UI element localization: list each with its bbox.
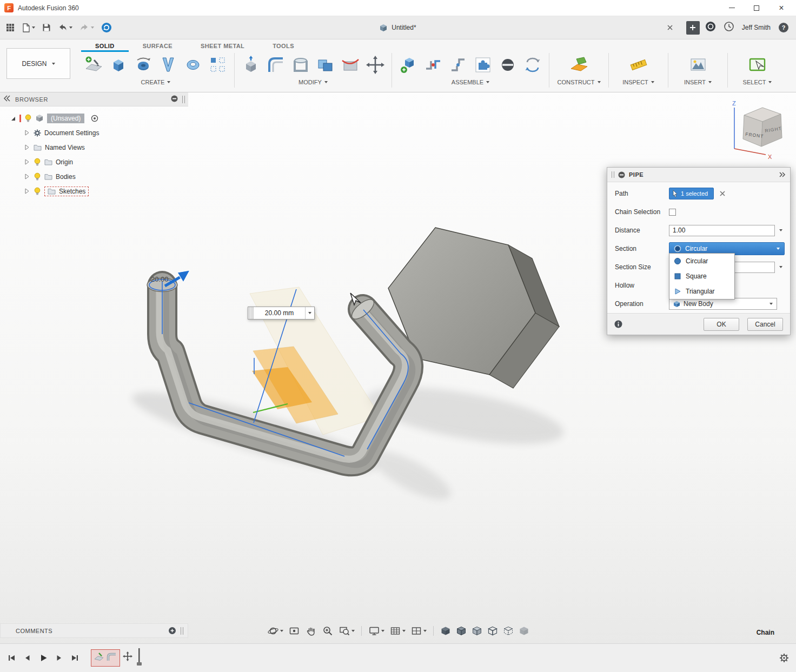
combine-button[interactable]: [313, 52, 338, 77]
section-option-circular[interactable]: Circular: [669, 254, 734, 269]
distance-options-button[interactable]: [777, 229, 785, 231]
look-at-button[interactable]: [288, 624, 301, 637]
dialog-drag-handle[interactable]: [612, 171, 614, 178]
minimize-button[interactable]: [728, 4, 735, 12]
shell-button[interactable]: [288, 52, 313, 77]
lightbulb-icon[interactable]: [34, 158, 41, 167]
document-tab[interactable]: Untitled*: [115, 16, 681, 39]
workspace-switcher[interactable]: DESIGN: [6, 48, 70, 79]
tab-tools[interactable]: TOOLS: [258, 41, 308, 52]
visual-style-wireframe-hidden-button[interactable]: [502, 625, 514, 637]
distance-input[interactable]: [669, 225, 775, 236]
coil-button[interactable]: [181, 52, 205, 77]
timeline-settings-button[interactable]: [779, 653, 790, 666]
collapse-browser-button[interactable]: [3, 95, 11, 104]
visual-style-shaded-edges-button[interactable]: [455, 625, 467, 637]
browser-display-toggle-button[interactable]: [171, 95, 178, 104]
assemble-menu[interactable]: ASSEMBLE: [452, 79, 489, 85]
browser-item-bodies[interactable]: Bodies: [4, 169, 188, 184]
create-menu[interactable]: CREATE: [141, 79, 171, 85]
lightbulb-icon[interactable]: [34, 187, 41, 196]
job-status-button[interactable]: [98, 20, 115, 35]
revolve-button[interactable]: [131, 52, 156, 77]
collapse-triangle-icon[interactable]: [24, 144, 30, 151]
orbit-button[interactable]: [267, 624, 284, 637]
comments-bar[interactable]: COMMENTS: [0, 623, 188, 638]
browser-item-document-settings[interactable]: Document Settings: [4, 125, 188, 140]
insert-menu[interactable]: INSERT: [684, 79, 712, 85]
tab-solid[interactable]: SOLID: [81, 41, 129, 52]
browser-item-sketches[interactable]: Sketches: [4, 184, 188, 198]
maximize-button[interactable]: [753, 4, 760, 12]
extrude-button[interactable]: [106, 52, 131, 77]
timeline-position-marker[interactable]: [123, 651, 132, 664]
joint-origin-button[interactable]: [470, 52, 495, 77]
user-account-button[interactable]: Jeff Smith: [742, 24, 771, 31]
timeline-sketch-feature[interactable]: [93, 651, 105, 665]
lightbulb-icon[interactable]: [24, 114, 32, 123]
dimension-drag-grip[interactable]: [248, 307, 254, 319]
panel-drag-handle[interactable]: [182, 96, 185, 103]
move-copy-button[interactable]: [363, 52, 388, 77]
info-icon[interactable]: [614, 320, 622, 328]
zoom-button[interactable]: [321, 624, 334, 637]
step-back-button[interactable]: [23, 654, 32, 662]
close-window-button[interactable]: ×: [778, 4, 785, 12]
visual-style-shaded-button[interactable]: [440, 625, 452, 637]
cancel-button[interactable]: Cancel: [747, 318, 783, 331]
minus-circle-icon[interactable]: [618, 171, 625, 178]
section-option-square[interactable]: Square: [669, 269, 734, 284]
section-size-options-button[interactable]: [777, 266, 785, 268]
help-button[interactable]: ?: [779, 23, 788, 32]
select-menu[interactable]: SELECT: [743, 79, 772, 85]
collapse-triangle-icon[interactable]: [24, 158, 30, 165]
collapse-triangle-icon[interactable]: [24, 129, 30, 136]
redo-button[interactable]: [77, 20, 97, 35]
inspect-menu[interactable]: INSPECT: [622, 79, 654, 85]
chain-selection-checkbox[interactable]: [669, 209, 676, 216]
fit-button[interactable]: [338, 624, 355, 637]
expand-triangle-icon[interactable]: [10, 115, 16, 122]
undo-button[interactable]: [55, 20, 75, 35]
timeline-playhead[interactable]: [135, 647, 143, 669]
display-settings-button[interactable]: [368, 624, 385, 637]
modify-menu[interactable]: MODIFY: [298, 79, 328, 85]
browser-item-named-views[interactable]: Named Views: [4, 140, 188, 155]
clear-selection-button[interactable]: [719, 190, 726, 197]
new-document-button[interactable]: [686, 21, 700, 35]
pattern-button[interactable]: [205, 52, 230, 77]
operation-dropdown[interactable]: New Body: [669, 298, 777, 310]
step-forward-button[interactable]: [55, 654, 63, 662]
timeline-pipe-feature[interactable]: [106, 651, 118, 665]
collapse-triangle-icon[interactable]: [24, 188, 30, 195]
dimension-value-input[interactable]: 20.00 mm: [254, 307, 305, 319]
notifications-button[interactable]: [724, 22, 734, 34]
chevrons-right-icon[interactable]: [778, 171, 786, 178]
play-button[interactable]: [39, 654, 48, 662]
sweep-button[interactable]: [156, 52, 181, 77]
viewport[interactable]: 20.00 BROWSER: [0, 92, 796, 643]
construct-menu[interactable]: CONSTRUCT: [557, 79, 600, 85]
tab-surface[interactable]: SURFACE: [129, 41, 187, 52]
new-component-button[interactable]: [396, 52, 421, 77]
add-comment-icon[interactable]: [168, 627, 176, 635]
create-sketch-button[interactable]: [81, 52, 106, 77]
ok-button[interactable]: OK: [704, 318, 739, 331]
measure-button[interactable]: [626, 52, 651, 77]
enable-contact-sets-button[interactable]: [495, 52, 520, 77]
as-built-joint-button[interactable]: [446, 52, 470, 77]
lightbulb-icon[interactable]: [34, 172, 41, 181]
file-menu-button[interactable]: [19, 20, 38, 35]
extensions-button[interactable]: [705, 21, 716, 34]
tab-sheet-metal[interactable]: SHEET METAL: [187, 41, 258, 52]
visual-style-ghosted-button[interactable]: [518, 625, 530, 637]
browser-root-row[interactable]: (Unsaved): [4, 111, 188, 125]
grid-and-snaps-button[interactable]: [389, 624, 406, 637]
skip-to-start-button[interactable]: [8, 654, 16, 662]
select-button[interactable]: [745, 52, 770, 77]
close-document-button[interactable]: [667, 23, 673, 33]
visual-style-hidden-edge-button[interactable]: [471, 625, 483, 637]
path-selection-button[interactable]: 1 selected: [669, 188, 714, 199]
insert-canvas-button[interactable]: [686, 52, 711, 77]
panel-drag-handle[interactable]: [181, 627, 183, 635]
